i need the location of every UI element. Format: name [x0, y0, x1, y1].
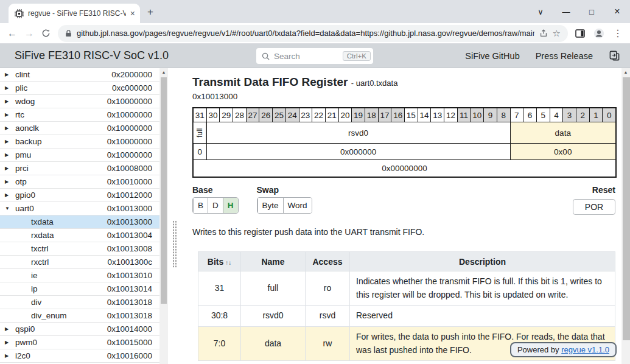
- bit-number-9[interactable]: 9: [484, 108, 497, 122]
- new-tab-button[interactable]: +: [147, 6, 153, 18]
- tree-arrow-icon[interactable]: ▼: [5, 206, 15, 211]
- sidebar-item[interactable]: ▼ uart0 0x10013000: [0, 202, 159, 215]
- sidebar-scrollbar[interactable]: ▲: [159, 68, 168, 364]
- bit-number-2[interactable]: 2: [576, 108, 589, 122]
- por-reset-button[interactable]: POR: [573, 199, 615, 215]
- field-value-cell-rsvd0[interactable]: 0x000000: [207, 144, 510, 159]
- sidebar-item[interactable]: div 0x10013018: [0, 296, 159, 309]
- sidebar-item[interactable]: ▶ plic 0xc000000: [0, 82, 159, 95]
- field-value-cell-full[interactable]: 0: [194, 144, 206, 159]
- base-option-button[interactable]: B: [193, 198, 208, 213]
- field-row[interactable]: 30:8 rsvd0 rsvd Reserved: [198, 306, 615, 327]
- bit-number-17[interactable]: 17: [379, 108, 391, 122]
- bit-number-3[interactable]: 3: [563, 108, 576, 122]
- column-header-description[interactable]: Description: [350, 252, 615, 271]
- link-press-release[interactable]: Press Release: [536, 51, 593, 61]
- bit-number-22[interactable]: 22: [312, 108, 325, 122]
- link-sifive-github[interactable]: SiFive GitHub: [465, 51, 519, 61]
- sidebar-item[interactable]: txdata 0x10013000: [0, 215, 159, 229]
- register-reset-value-cell[interactable]: 0x00000000: [194, 160, 615, 177]
- column-header-name[interactable]: Name: [241, 252, 306, 271]
- profile-avatar-icon[interactable]: [593, 28, 604, 39]
- tree-arrow-icon[interactable]: ▶: [5, 152, 15, 158]
- swap-option-button[interactable]: Word: [283, 198, 312, 213]
- bit-number-27[interactable]: 27: [247, 108, 259, 122]
- share-icon[interactable]: [539, 29, 548, 38]
- bit-number-1[interactable]: 1: [590, 108, 603, 122]
- bit-number-20[interactable]: 20: [339, 108, 352, 122]
- main-scroll-thumb[interactable]: [623, 77, 630, 340]
- sidebar-item[interactable]: ▶ wdog 0x10000000: [0, 95, 159, 108]
- tree-arrow-icon[interactable]: ▶: [5, 179, 15, 184]
- tab-close-icon[interactable]: ×: [130, 9, 135, 18]
- tree-arrow-icon[interactable]: ▶: [5, 72, 15, 77]
- bit-number-7[interactable]: 7: [511, 108, 523, 122]
- back-icon[interactable]: ←: [7, 28, 17, 39]
- bit-number-0[interactable]: 0: [603, 108, 615, 122]
- sidebar-item[interactable]: ip 0x10013014: [0, 282, 159, 296]
- sidebar-item[interactable]: ▶ clint 0x2000000: [0, 68, 159, 82]
- browser-menu-chevron-icon[interactable]: ∨: [528, 0, 553, 23]
- forward-icon[interactable]: →: [24, 28, 34, 39]
- tree-arrow-icon[interactable]: ▶: [5, 85, 15, 91]
- main-scrollbar[interactable]: ▲: [621, 68, 630, 364]
- field-name-cell-rsvd0[interactable]: rsvd0: [207, 122, 510, 143]
- bit-number-19[interactable]: 19: [352, 108, 365, 122]
- bit-number-29[interactable]: 29: [220, 108, 233, 122]
- sidebar-item[interactable]: txctrl 0x10013008: [0, 242, 159, 256]
- pane-divider[interactable]: [168, 68, 180, 364]
- bit-number-28[interactable]: 28: [233, 108, 246, 122]
- bit-number-11[interactable]: 11: [458, 108, 471, 122]
- field-name-cell-data[interactable]: data: [511, 122, 616, 143]
- tree-arrow-icon[interactable]: ▶: [5, 340, 15, 345]
- copy-page-icon[interactable]: [609, 50, 620, 61]
- bit-number-18[interactable]: 18: [365, 108, 378, 122]
- bit-number-13[interactable]: 13: [431, 108, 444, 122]
- minimize-button[interactable]: —: [553, 0, 579, 23]
- sidebar-item[interactable]: ▶ pmu 0x10000000: [0, 149, 159, 162]
- sidebar-item[interactable]: ▶ backup 0x10000000: [0, 135, 159, 149]
- bit-number-6[interactable]: 6: [523, 108, 536, 122]
- tree-arrow-icon[interactable]: ▶: [5, 112, 15, 117]
- sidebar-item[interactable]: rxdata 0x10013004: [0, 229, 159, 242]
- bit-number-8[interactable]: 8: [497, 108, 510, 122]
- sidebar-item[interactable]: ▶ aonclk 0x10000000: [0, 122, 159, 135]
- tree-arrow-icon[interactable]: ▶: [5, 166, 15, 171]
- tree-arrow-icon[interactable]: ▶: [5, 192, 15, 198]
- scroll-up-icon[interactable]: ▲: [159, 70, 168, 74]
- close-button[interactable]: ×: [604, 0, 630, 23]
- bit-number-24[interactable]: 24: [286, 108, 299, 122]
- side-panel-icon[interactable]: [575, 29, 585, 38]
- tree-arrow-icon[interactable]: ▶: [5, 326, 15, 332]
- divider-grip-icon[interactable]: [172, 220, 177, 268]
- tree-arrow-icon[interactable]: ▶: [5, 139, 15, 144]
- sidebar-item[interactable]: ▶ i2c0 0x10016000: [0, 349, 159, 363]
- tree-arrow-icon[interactable]: ▶: [5, 353, 15, 359]
- sidebar-item[interactable]: ▶ gpio0 0x10012000: [0, 189, 159, 202]
- reload-icon[interactable]: [41, 29, 51, 38]
- sidebar-item[interactable]: rxctrl 0x1001300c: [0, 256, 159, 269]
- kebab-menu-icon[interactable]: ⋮: [613, 27, 623, 39]
- swap-option-button[interactable]: Byte: [257, 198, 283, 213]
- bit-number-25[interactable]: 25: [273, 108, 285, 122]
- address-bar[interactable]: github.jpl.nasa.gov/pages/regvue/regvue/…: [58, 25, 568, 42]
- bit-number-31[interactable]: 31: [194, 108, 206, 122]
- sidebar-item[interactable]: ▶ otp 0x10010000: [0, 175, 159, 189]
- sort-icon[interactable]: ↑↓: [225, 259, 231, 266]
- bit-number-21[interactable]: 21: [326, 108, 338, 122]
- maximize-button[interactable]: □: [579, 0, 604, 23]
- tree-arrow-icon[interactable]: ▶: [5, 99, 15, 104]
- tree-arrow-icon[interactable]: ▶: [5, 125, 15, 131]
- bookmark-star-icon[interactable]: ☆: [553, 28, 561, 39]
- bit-number-16[interactable]: 16: [391, 108, 404, 122]
- sidebar-item[interactable]: ▶ pwm0 0x10015000: [0, 336, 159, 349]
- bit-number-23[interactable]: 23: [299, 108, 312, 122]
- base-option-button[interactable]: D: [208, 198, 223, 213]
- bit-number-4[interactable]: 4: [550, 108, 563, 122]
- bit-number-14[interactable]: 14: [418, 108, 431, 122]
- sidebar-item[interactable]: ▶ qspi0 0x10014000: [0, 323, 159, 336]
- scroll-up-icon[interactable]: ▲: [621, 70, 630, 74]
- column-header-access[interactable]: Access: [306, 252, 350, 271]
- base-option-button[interactable]: H: [223, 198, 238, 213]
- field-row[interactable]: 31 full ro Indicates whether the transmi…: [198, 271, 615, 306]
